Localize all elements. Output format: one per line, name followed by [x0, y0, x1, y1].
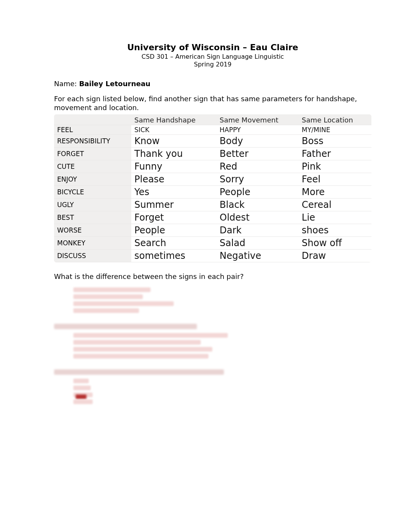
table-row: UGLYSummerBlackCereal	[54, 199, 371, 211]
handshape-cell: Know	[131, 135, 217, 148]
location-cell: shoes	[299, 224, 371, 237]
movement-cell: Sorry	[217, 173, 299, 186]
sign-cell: ENJOY	[54, 173, 131, 186]
handshape-cell: Summer	[131, 199, 217, 211]
sign-cell: FEEL	[54, 125, 131, 135]
handshape-cell: sometimes	[131, 250, 217, 262]
movement-cell: Oldest	[217, 211, 299, 224]
table-row: BESTForgetOldestLie	[54, 211, 371, 224]
document-header: University of Wisconsin – Eau Claire CSD…	[54, 42, 371, 68]
table-row: WORSEPeopleDarkshoes	[54, 224, 371, 237]
location-cell: Lie	[299, 211, 371, 224]
location-cell: Cereal	[299, 199, 371, 211]
movement-cell: Red	[217, 160, 299, 173]
instructions-text: For each sign listed below, find another…	[54, 95, 371, 112]
movement-cell: Negative	[217, 250, 299, 262]
handshape-cell: Thank you	[131, 148, 217, 160]
handshape-cell: Forget	[131, 211, 217, 224]
handshape-cell: Yes	[131, 186, 217, 199]
handshape-cell: People	[131, 224, 217, 237]
sign-cell: BEST	[54, 211, 131, 224]
sign-cell: FORGET	[54, 148, 131, 160]
sign-cell: BICYCLE	[54, 186, 131, 199]
location-cell: MY/MINE	[299, 125, 371, 135]
university-title: University of Wisconsin – Eau Claire	[54, 42, 371, 52]
sign-cell: UGLY	[54, 199, 131, 211]
course-line: CSD 301 – American Sign Language Linguis…	[54, 53, 371, 60]
movement-cell: Body	[217, 135, 299, 148]
location-cell: Pink	[299, 160, 371, 173]
handshape-cell: SICK	[131, 125, 217, 135]
location-cell: Draw	[299, 250, 371, 262]
col-movement-header: Same Movement	[217, 114, 299, 125]
sign-cell: MONKEY	[54, 237, 131, 250]
table-row: DISCUSSsometimesNegativeDraw	[54, 250, 371, 262]
movement-cell: Salad	[217, 237, 299, 250]
movement-cell: Black	[217, 199, 299, 211]
term-line: Spring 2019	[54, 61, 371, 68]
table-row: BICYCLEYesPeopleMore	[54, 186, 371, 199]
location-cell: Show off	[299, 237, 371, 250]
movement-cell: Better	[217, 148, 299, 160]
table-row: MONKEYSearchSaladShow off	[54, 237, 371, 250]
table-row: CUTEFunnyRedPink	[54, 160, 371, 173]
parameters-table-wrap: Same Handshape Same Movement Same Locati…	[54, 114, 371, 262]
table-row: ENJOYPleaseSorryFeel	[54, 173, 371, 186]
handshape-cell: Funny	[131, 160, 217, 173]
sign-cell: DISCUSS	[54, 250, 131, 262]
handshape-cell: Please	[131, 173, 217, 186]
question-difference: What is the difference between the signs…	[54, 272, 371, 280]
col-location-header: Same Location	[299, 114, 371, 125]
col-sign-header	[54, 114, 131, 125]
obscured-answers-1	[73, 287, 371, 313]
name-label: Name:	[54, 80, 79, 88]
location-cell: More	[299, 186, 371, 199]
handshape-cell: Search	[131, 237, 217, 250]
sign-cell: RESPONSIBILITY	[54, 135, 131, 148]
table-row: FORGETThank youBetterFather	[54, 148, 371, 160]
obscured-answers-3	[73, 369, 371, 404]
location-cell: Boss	[299, 135, 371, 148]
movement-cell: HAPPY	[217, 125, 299, 135]
parameters-table: Same Handshape Same Movement Same Locati…	[54, 114, 371, 262]
location-cell: Father	[299, 148, 371, 160]
movement-cell: Dark	[217, 224, 299, 237]
table-body: FEELSICKHAPPYMY/MINERESPONSIBILITYKnowBo…	[54, 125, 371, 262]
table-row: RESPONSIBILITYKnowBodyBoss	[54, 135, 371, 148]
table-header-row: Same Handshape Same Movement Same Locati…	[54, 114, 371, 125]
student-name-line: Name: Bailey Letourneau	[54, 80, 371, 88]
sign-cell: WORSE	[54, 224, 131, 237]
movement-cell: People	[217, 186, 299, 199]
col-handshape-header: Same Handshape	[131, 114, 217, 125]
name-value: Bailey Letourneau	[79, 80, 151, 88]
sign-cell: CUTE	[54, 160, 131, 173]
location-cell: Feel	[299, 173, 371, 186]
obscured-answers-2	[73, 324, 371, 359]
table-row: FEELSICKHAPPYMY/MINE	[54, 125, 371, 135]
